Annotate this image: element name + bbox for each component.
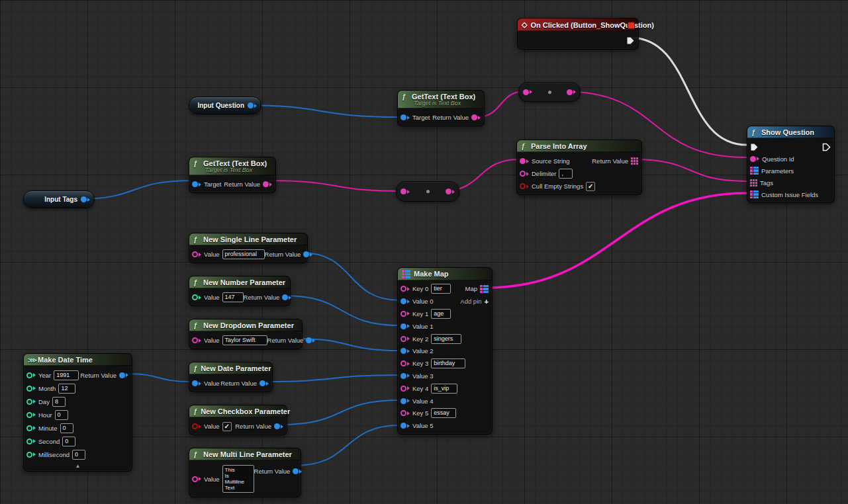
- node-gettext-tags[interactable]: ƒGetText (Text Box)Target is Text BoxTar…: [189, 157, 276, 193]
- data-pin-icon[interactable]: [400, 348, 410, 354]
- wire-blue[interactable]: [242, 105, 400, 117]
- exec-pin-hollow-icon[interactable]: [822, 143, 831, 151]
- data-pin-icon[interactable]: [192, 181, 201, 187]
- map-pin-icon[interactable]: [750, 190, 759, 199]
- node-parse-into-array[interactable]: ƒParse Into ArraySource StringReturn Val…: [516, 140, 642, 195]
- data-pin-hollow-icon[interactable]: [192, 294, 201, 300]
- data-pin-icon[interactable]: [523, 89, 532, 95]
- exec-pin-filled-icon[interactable]: [626, 36, 635, 45]
- text-field[interactable]: ,: [559, 169, 573, 179]
- text-field[interactable]: tier: [431, 284, 451, 294]
- data-pin-hollow-icon[interactable]: [26, 412, 36, 418]
- data-pin-icon[interactable]: [192, 380, 201, 386]
- node-new-number-parameter[interactable]: ƒNew Number ParameterValue147Return Valu…: [189, 276, 291, 306]
- data-pin-icon[interactable]: [400, 373, 410, 379]
- node-new-date-parameter[interactable]: ƒNew Date ParameterValueReturn Value: [189, 362, 273, 392]
- wire-pink[interactable]: [269, 181, 402, 191]
- data-pin-icon[interactable]: [81, 196, 90, 202]
- node-new-multi-line-parameter[interactable]: ƒNew Multi Line ParameterValueThis Is Mu…: [189, 448, 301, 497]
- data-pin-hollow-icon[interactable]: [26, 372, 36, 378]
- text-field[interactable]: 0: [55, 410, 68, 420]
- data-pin-icon[interactable]: [471, 114, 481, 120]
- data-pin-icon[interactable]: [248, 103, 257, 108]
- data-pin-hollow-icon[interactable]: [26, 399, 36, 405]
- data-pin-icon[interactable]: [400, 423, 410, 429]
- data-pin-icon[interactable]: [400, 323, 410, 329]
- text-field[interactable]: age: [431, 309, 451, 319]
- node-new-dropdown-parameter[interactable]: ƒNew Dropdown ParameterValueTaylor Swift…: [189, 319, 303, 349]
- data-pin-hollow-icon[interactable]: [400, 311, 410, 317]
- data-pin-hollow-icon[interactable]: [26, 425, 36, 431]
- data-pin-hollow-icon[interactable]: [400, 360, 410, 366]
- data-pin-hollow-icon[interactable]: [26, 439, 36, 444]
- wire-pink[interactable]: [634, 159, 747, 181]
- node-make-date-time[interactable]: ⋙Make Date TimeYear1991Return ValueMonth…: [23, 353, 132, 472]
- data-pin-hollow-icon[interactable]: [400, 336, 410, 342]
- data-pin-icon[interactable]: [400, 298, 410, 304]
- data-pin-hollow-icon[interactable]: [192, 476, 201, 482]
- data-pin-hollow-icon[interactable]: [400, 386, 410, 392]
- data-pin-icon[interactable]: [400, 398, 410, 404]
- text-field[interactable]: singers: [431, 334, 461, 344]
- data-pin-icon[interactable]: [282, 294, 291, 300]
- wire-map[interactable]: [486, 193, 747, 288]
- text-field[interactable]: is_vip: [431, 384, 457, 394]
- node-new-single-line-parameter[interactable]: ƒNew Single Line ParameterValueprofessio…: [189, 233, 308, 263]
- add-pin-plus-icon[interactable]: +: [485, 298, 489, 306]
- add-pin-label[interactable]: Add pin: [460, 298, 481, 305]
- wire-blue[interactable]: [301, 253, 400, 300]
- text-field[interactable]: birthday: [431, 358, 465, 368]
- data-pin-hollow-icon[interactable]: [400, 410, 410, 416]
- data-pin-icon[interactable]: [567, 89, 576, 95]
- data-pin-icon[interactable]: [119, 372, 128, 378]
- text-field[interactable]: Taylor Swift: [222, 335, 267, 345]
- wire-blue[interactable]: [266, 375, 400, 382]
- pill-input-question[interactable]: Input Question: [189, 97, 261, 114]
- data-pin-icon[interactable]: [446, 189, 455, 194]
- text-field[interactable]: professional: [222, 249, 265, 259]
- data-pin-hollow-icon[interactable]: [520, 171, 529, 177]
- wire-blue[interactable]: [281, 400, 400, 425]
- data-pin-hollow-icon[interactable]: [520, 183, 529, 189]
- checkbox-field[interactable]: ✓: [222, 422, 232, 431]
- data-pin-icon[interactable]: [263, 181, 272, 187]
- collapse-arrow-icon[interactable]: ▲: [24, 463, 132, 471]
- wire-blue[interactable]: [126, 374, 191, 382]
- data-pin-icon[interactable]: [520, 158, 529, 164]
- reroute-question[interactable]: [518, 82, 581, 102]
- map-pin-icon[interactable]: [480, 285, 489, 294]
- data-pin-icon[interactable]: [750, 156, 759, 162]
- exec-pin-filled-icon[interactable]: [750, 143, 759, 151]
- data-pin-icon[interactable]: [306, 337, 315, 343]
- data-pin-icon[interactable]: [400, 114, 410, 120]
- map-pin-icon[interactable]: [750, 167, 759, 175]
- data-pin-icon[interactable]: [293, 468, 302, 474]
- text-field[interactable]: 8: [52, 397, 66, 407]
- wire-blue[interactable]: [77, 181, 191, 199]
- text-field[interactable]: 0: [62, 437, 75, 446]
- array-pin-icon[interactable]: [631, 157, 638, 165]
- text-field[interactable]: This Is Multiline Text: [222, 465, 254, 493]
- node-on-clicked[interactable]: ◇On Clicked (Button_ShowQuestion): [517, 18, 639, 50]
- wire-blue[interactable]: [295, 425, 400, 466]
- text-field[interactable]: 147: [222, 292, 244, 302]
- delegate-box-icon[interactable]: [628, 22, 635, 29]
- text-field[interactable]: 0: [60, 423, 73, 433]
- data-pin-hollow-icon[interactable]: [192, 337, 201, 343]
- array-pin-icon[interactable]: [750, 179, 757, 187]
- node-gettext-question[interactable]: ƒGetText (Text Box)Target is Text BoxTar…: [397, 90, 485, 126]
- data-pin-hollow-icon[interactable]: [26, 452, 36, 458]
- blueprint-graph-canvas[interactable]: ◇On Clicked (Button_ShowQuestion)ƒGetTex…: [0, 0, 848, 504]
- pill-input-tags[interactable]: Input Tags: [23, 190, 95, 208]
- data-pin-icon[interactable]: [274, 423, 283, 429]
- data-pin-hollow-icon[interactable]: [400, 286, 410, 292]
- text-field[interactable]: 1991: [54, 370, 79, 380]
- wire-exec[interactable]: [630, 38, 747, 145]
- data-pin-icon[interactable]: [400, 189, 410, 194]
- node-new-checkbox-parameter[interactable]: ƒNew Checkbox ParameterValue✓Return Valu…: [189, 405, 287, 435]
- data-pin-icon[interactable]: [303, 251, 312, 257]
- text-field[interactable]: 12: [58, 384, 75, 394]
- reroute-tags[interactable]: [396, 181, 459, 202]
- map-pin-icon[interactable]: [402, 270, 410, 278]
- data-pin-hollow-icon[interactable]: [192, 251, 201, 257]
